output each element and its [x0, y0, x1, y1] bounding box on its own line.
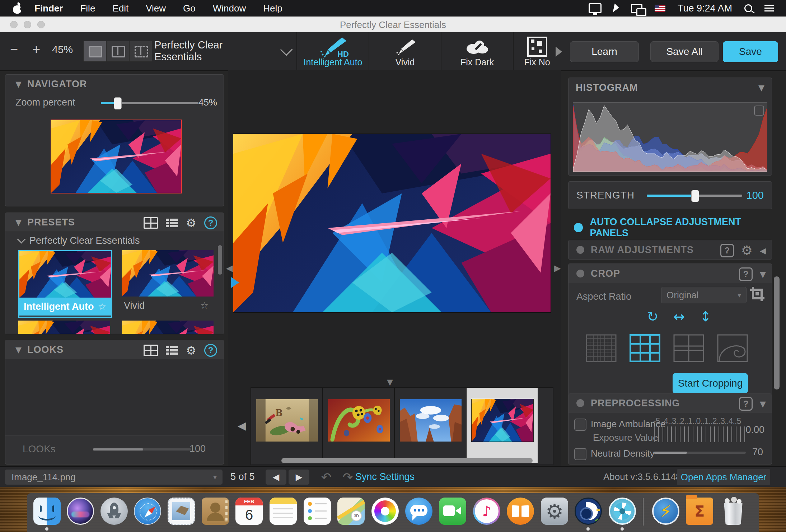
preprocessing-header[interactable]: PREPROCESSING ? ▼	[569, 393, 772, 413]
help-icon[interactable]: ?	[739, 267, 753, 281]
star-icon[interactable]: ☆	[200, 300, 209, 311]
zoom-slider-thumb[interactable]	[114, 97, 122, 109]
strength-slider-track[interactable]	[647, 195, 742, 197]
menu-app-name[interactable]: Finder	[26, 3, 71, 14]
dock-photos-icon[interactable]	[371, 498, 399, 525]
dock-contacts-icon[interactable]	[202, 498, 229, 525]
right-panel-scrollbar[interactable]	[774, 276, 780, 389]
strength-slider-thumb[interactable]	[691, 190, 699, 202]
filmstrip-prev-icon[interactable]: ◀	[238, 419, 246, 432]
help-icon[interactable]: ?	[204, 216, 217, 229]
screen-mirroring-icon[interactable]	[631, 4, 642, 13]
raw-adjustments-panel[interactable]: RAW ADJUSTMENTS ? ⚙ ◀	[568, 240, 772, 260]
zoom-slider-track[interactable]	[101, 102, 198, 104]
collapse-triangle-icon[interactable]: ▼	[760, 270, 766, 279]
left-panel-collapse-icon[interactable]: ◀	[226, 263, 233, 273]
toolbar-preset-fix-dark[interactable]: Fix Dark	[441, 32, 513, 70]
grid-view-icon[interactable]	[144, 345, 158, 356]
learn-button[interactable]: Learn	[570, 41, 639, 62]
presets-scroll-right-icon[interactable]	[556, 47, 562, 57]
view-split-button[interactable]	[106, 41, 129, 62]
histogram-checkbox[interactable]	[754, 106, 764, 116]
apple-menu-icon[interactable]	[13, 3, 22, 14]
filmstrip-collapse-icon[interactable]: ▼	[387, 378, 393, 387]
filmstrip-thumb-dew-drops[interactable]	[323, 388, 395, 463]
looks-header[interactable]: ▼ LOOKS ⚙ ?	[5, 340, 224, 359]
grid-thirds-option-selected[interactable]	[630, 334, 660, 362]
sync-settings-button[interactable]: Sync Settings	[355, 471, 415, 482]
dock-safari-icon[interactable]	[134, 498, 161, 525]
undo-button[interactable]: ↶	[316, 470, 337, 485]
help-icon[interactable]: ?	[720, 244, 734, 257]
dock-launchpad-icon[interactable]	[100, 498, 128, 525]
filmstrip-thumb-canyon[interactable]	[395, 388, 467, 463]
display-status-icon[interactable]	[589, 3, 602, 13]
previous-image-button[interactable]: ◀	[266, 470, 286, 485]
filmstrip-scrollbar[interactable]	[281, 458, 533, 463]
grid-view-icon[interactable]	[144, 217, 158, 229]
start-cropping-button[interactable]: Start Cropping	[673, 373, 748, 394]
neutral-density-checkbox[interactable]	[574, 448, 586, 460]
zoom-out-button[interactable]: −	[10, 42, 18, 56]
rotate-icon[interactable]: ↻	[647, 310, 658, 323]
dock-maps-icon[interactable]: 3D	[337, 498, 365, 525]
dock-finder-icon[interactable]	[33, 498, 61, 525]
aspect-ratio-dropdown[interactable]: Original ▾	[661, 287, 747, 303]
dock-siri-icon[interactable]	[67, 498, 94, 525]
flip-vertical-icon[interactable]: ↕	[700, 310, 711, 323]
preset-tile-intelligent-auto[interactable]: Intelligent Auto ☆	[18, 250, 112, 318]
collapse-triangle-icon[interactable]: ▼	[758, 83, 764, 92]
dock-downloader-icon[interactable]: ⚡	[652, 498, 679, 525]
crop-tool-icon[interactable]	[749, 286, 765, 302]
star-icon[interactable]: ☆	[98, 301, 106, 312]
dock-mail-icon[interactable]	[168, 498, 195, 525]
preset-tile-partial[interactable]	[18, 321, 110, 334]
menu-view[interactable]: View	[137, 3, 174, 14]
toolbar-preset-fix-noise[interactable]: Fix No	[513, 32, 561, 70]
presets-header[interactable]: ▼ PRESETS ⚙ ?	[5, 213, 224, 232]
expand-left-icon[interactable]: ◀	[760, 246, 766, 255]
menu-clock[interactable]: Tue 9:24 AM	[678, 3, 732, 14]
next-image-button[interactable]: ▶	[289, 470, 309, 485]
dock-perfectly-clear-icon[interactable]	[575, 498, 602, 525]
toolbar-preset-vivid[interactable]: Vivid	[369, 32, 441, 70]
collapse-triangle-icon[interactable]: ▼	[15, 345, 22, 354]
menu-window[interactable]: Window	[204, 3, 254, 14]
grid-fine-option[interactable]	[586, 334, 617, 362]
dock-reminders-icon[interactable]	[304, 498, 331, 525]
preset-group-label[interactable]: Perfectly Clear Essentials	[29, 235, 140, 246]
dock-photo-app-icon[interactable]	[609, 498, 636, 525]
preset-tile-vivid[interactable]: Vivid ☆	[122, 250, 214, 316]
gear-icon[interactable]: ⚙	[186, 217, 196, 229]
zoom-in-button[interactable]: +	[32, 42, 40, 56]
dock-ibooks-icon[interactable]	[507, 498, 534, 525]
filename-dropdown[interactable]: Image_114.png ▾	[5, 470, 223, 485]
image-ambulance-checkbox[interactable]	[574, 419, 586, 431]
flip-horizontal-icon[interactable]: ↔	[673, 310, 685, 323]
spotlight-search-icon[interactable]	[744, 4, 752, 12]
navigator-thumbnail[interactable]	[51, 120, 182, 193]
view-single-button[interactable]	[83, 41, 106, 62]
grid-halves-option[interactable]	[673, 334, 704, 362]
menu-help[interactable]: Help	[254, 3, 291, 14]
dock-system-preferences-icon[interactable]: ⚙	[541, 498, 568, 525]
arrow-status-icon[interactable]	[613, 3, 619, 13]
save-all-button[interactable]: Save All	[650, 41, 719, 62]
main-image-preview[interactable]	[233, 134, 551, 312]
help-icon[interactable]: ?	[739, 397, 753, 411]
filmstrip-thumb-art-supplies[interactable]: B	[251, 388, 323, 463]
preset-group-dropdown[interactable]: Perfectly Clear Essentials	[154, 40, 291, 62]
histogram-header[interactable]: HISTOGRAM ▼	[569, 78, 772, 97]
auto-collapse-toggle[interactable]: AUTO COLLAPSE ADJUSTMENT PANELS	[568, 220, 771, 235]
dock-notes-icon[interactable]	[270, 498, 297, 525]
looks-slider-track[interactable]	[93, 448, 191, 451]
group-chevron-icon[interactable]	[17, 235, 25, 243]
help-icon[interactable]: ?	[204, 344, 217, 357]
menu-go[interactable]: Go	[174, 3, 204, 14]
dock-itunes-icon[interactable]: ♪	[473, 498, 500, 525]
dock-messages-icon[interactable]	[405, 498, 432, 525]
toolbar-preset-intelligent-auto[interactable]: HD Intelligent Auto	[296, 32, 369, 70]
view-compare-button[interactable]	[129, 41, 152, 62]
dock-calendar-icon[interactable]: FEB 6	[235, 498, 263, 525]
list-view-icon[interactable]	[166, 218, 178, 228]
